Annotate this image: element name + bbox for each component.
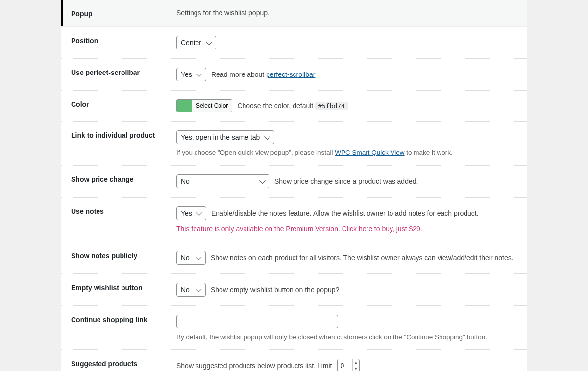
section-desc: Settings for the wishlist popup. bbox=[176, 9, 517, 17]
label-empty-button: Empty wishlist button bbox=[71, 283, 176, 292]
continue-link-input[interactable] bbox=[176, 315, 338, 328]
suggested-limit-wrap: ▴▾ bbox=[337, 359, 360, 371]
row-price-change: Show price change No Show price change s… bbox=[61, 166, 527, 198]
color-default-code: #5fbd74 bbox=[315, 102, 348, 110]
scrollbar-desc: Read more about perfect-scrollbar bbox=[211, 71, 315, 78]
price-change-desc: Show price change since a product was ad… bbox=[274, 177, 418, 185]
select-color-button[interactable]: Select Color bbox=[192, 100, 232, 112]
color-swatch bbox=[177, 100, 192, 112]
suggested-desc: Show suggested products below products l… bbox=[176, 362, 332, 370]
row-suggested: Suggested products Show suggested produc… bbox=[61, 350, 527, 371]
label-scrollbar: Use perfect-scrollbar bbox=[71, 68, 176, 76]
label-use-notes: Use notes bbox=[71, 206, 176, 215]
use-notes-desc: Enable/disable the notes feature. Allow … bbox=[211, 209, 479, 217]
continue-link-help: By default, the wishlist popup will only… bbox=[176, 333, 517, 341]
section-title: Popup bbox=[71, 9, 176, 18]
section-popup-header: Popup Settings for the wishlist popup. bbox=[61, 0, 527, 27]
premium-buy-link[interactable]: here bbox=[359, 225, 372, 233]
label-price-change: Show price change bbox=[71, 174, 176, 183]
empty-button-select[interactable]: No bbox=[176, 283, 206, 297]
scrollbar-select[interactable]: Yes bbox=[176, 68, 206, 81]
row-empty-button: Empty wishlist button No Show empty wish… bbox=[61, 274, 527, 306]
link-product-help: If you choose "Open quick view popup", p… bbox=[176, 149, 517, 156]
row-color: Color Select Color Choose the color, def… bbox=[61, 91, 527, 122]
row-notes-public: Show notes publicly No Show notes on eac… bbox=[61, 242, 527, 274]
color-picker[interactable]: Select Color bbox=[176, 99, 232, 112]
notes-public-desc: Show notes on each product for all visit… bbox=[211, 254, 514, 262]
row-use-notes: Use notes Yes Enable/disable the notes f… bbox=[61, 198, 527, 242]
color-desc: Choose the color, default #5fbd74 bbox=[237, 102, 348, 110]
suggested-limit-input[interactable] bbox=[338, 359, 352, 371]
label-suggested: Suggested products bbox=[71, 359, 176, 368]
row-continue-link: Continue shopping link By default, the w… bbox=[61, 306, 527, 350]
empty-button-desc: Show empty wishlist button on the popup? bbox=[211, 286, 339, 294]
label-link-product: Link to individual product bbox=[71, 130, 176, 139]
position-select[interactable]: Center bbox=[176, 36, 216, 49]
use-notes-select[interactable]: Yes bbox=[176, 206, 206, 220]
label-continue-link: Continue shopping link bbox=[71, 315, 176, 323]
row-scrollbar: Use perfect-scrollbar Yes Read more abou… bbox=[61, 59, 527, 91]
premium-note: This feature is only available on the Pr… bbox=[176, 225, 517, 233]
price-change-select[interactable]: No bbox=[176, 174, 270, 188]
link-product-select[interactable]: Yes, open in the same tab bbox=[176, 130, 274, 144]
notes-public-select[interactable]: No bbox=[176, 251, 206, 265]
label-notes-public: Show notes publicly bbox=[71, 251, 176, 260]
row-link-product: Link to individual product Yes, open in … bbox=[61, 122, 527, 166]
label-color: Color bbox=[71, 99, 176, 108]
stepper-icon[interactable]: ▴▾ bbox=[352, 359, 359, 371]
wpc-quick-view-link[interactable]: WPC Smart Quick View bbox=[335, 149, 404, 156]
perfect-scrollbar-link[interactable]: perfect-scrollbar bbox=[266, 71, 315, 78]
label-position: Position bbox=[71, 36, 176, 45]
row-position: Position Center bbox=[61, 27, 527, 59]
